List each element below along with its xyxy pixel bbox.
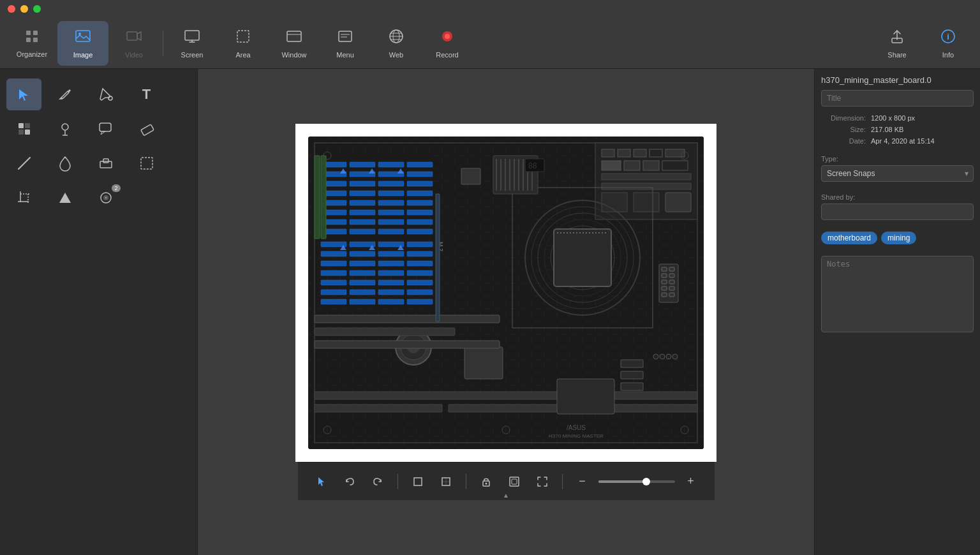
tool-line[interactable] xyxy=(6,147,41,179)
tool-fill[interactable] xyxy=(88,78,123,110)
svg-point-20 xyxy=(445,34,450,39)
toolbar-info[interactable]: i Info xyxy=(923,21,974,66)
collapse-arrow[interactable]: ▲ xyxy=(503,492,509,499)
tool-pencil[interactable] xyxy=(47,78,82,110)
lock-btn[interactable] xyxy=(475,471,497,492)
tool-effects[interactable] xyxy=(6,113,41,145)
zoom-in-btn[interactable]: + xyxy=(680,471,702,492)
svg-rect-83 xyxy=(592,232,593,233)
tag-motherboard[interactable]: motherboard xyxy=(821,232,877,244)
svg-rect-209 xyxy=(414,478,422,485)
svg-rect-141 xyxy=(321,290,346,295)
tool-droplet[interactable] xyxy=(47,147,82,179)
resize-btn[interactable] xyxy=(435,471,457,492)
tool-arrow[interactable] xyxy=(6,78,41,110)
svg-rect-158 xyxy=(464,347,503,379)
svg-rect-110 xyxy=(350,210,375,215)
shared-by-input[interactable] xyxy=(821,204,974,220)
image-container: {/* Simplified pin dots */} xyxy=(295,124,716,462)
zoom-thumb[interactable] xyxy=(642,478,650,485)
tool-bubble[interactable] xyxy=(88,113,123,145)
type-section: Type: Screen Snaps Other xyxy=(821,155,974,182)
tool-eraser[interactable] xyxy=(129,113,164,145)
main-toolbar: Organizer Image Video xyxy=(0,18,980,69)
svg-rect-57 xyxy=(643,161,659,170)
toolbar-screen[interactable]: Screen xyxy=(167,21,218,66)
web-label: Web xyxy=(389,51,403,59)
title-bar xyxy=(0,0,980,18)
svg-rect-140 xyxy=(407,280,433,285)
cursor-tool-btn[interactable] xyxy=(311,471,332,492)
svg-rect-143 xyxy=(378,290,404,295)
svg-rect-7 xyxy=(185,31,199,40)
svg-rect-126 xyxy=(350,251,375,256)
zoom-out-btn[interactable]: − xyxy=(572,471,593,492)
info-label: Info xyxy=(942,51,954,59)
tool-pin[interactable] xyxy=(47,113,82,145)
svg-rect-87 xyxy=(605,232,606,233)
bottom-sep-1 xyxy=(397,474,398,489)
toolbar-image[interactable]: Image xyxy=(57,21,108,66)
title-input[interactable] xyxy=(821,90,974,107)
svg-rect-114 xyxy=(350,219,375,225)
maximize-button[interactable] xyxy=(33,5,41,13)
svg-rect-213 xyxy=(510,477,519,486)
bottom-toolbar: − + ▲ xyxy=(298,462,715,500)
type-select[interactable]: Screen Snaps Other xyxy=(821,165,974,182)
square-btn[interactable] xyxy=(407,471,429,492)
tool-text[interactable]: T xyxy=(129,78,164,110)
dimension-row: Dimension: 1200 x 800 px xyxy=(821,114,974,122)
fit-btn[interactable] xyxy=(503,471,525,492)
svg-rect-190 xyxy=(669,293,674,297)
svg-line-34 xyxy=(19,158,30,169)
tag-mining[interactable]: mining xyxy=(881,232,916,244)
toolbar-window[interactable]: Window xyxy=(269,21,320,66)
svg-rect-96 xyxy=(407,172,433,177)
svg-rect-112 xyxy=(407,210,433,215)
menu-icon xyxy=(337,28,353,48)
tool-triangle[interactable] xyxy=(47,182,82,214)
window-label: Window xyxy=(281,51,306,59)
close-button[interactable] xyxy=(8,5,15,13)
svg-rect-131 xyxy=(378,261,404,266)
svg-rect-147 xyxy=(378,299,404,304)
undo-btn[interactable] xyxy=(339,471,360,492)
tool-stamp[interactable] xyxy=(88,147,123,179)
toolbar-area[interactable]: Area xyxy=(218,21,269,66)
toolbar-web[interactable]: Web xyxy=(371,21,422,66)
toolbar-share[interactable]: Share xyxy=(872,21,923,66)
minimize-button[interactable] xyxy=(20,5,28,13)
svg-rect-33 xyxy=(140,124,154,136)
svg-rect-187 xyxy=(662,286,667,290)
notes-textarea[interactable] xyxy=(821,256,974,332)
tool-selection[interactable] xyxy=(129,147,164,179)
svg-rect-103 xyxy=(378,191,404,196)
svg-rect-127 xyxy=(378,251,404,256)
svg-rect-92 xyxy=(407,162,433,167)
svg-rect-139 xyxy=(378,280,404,285)
menu-label: Menu xyxy=(336,51,354,59)
toolbar-organizer[interactable]: Organizer xyxy=(6,21,57,66)
svg-rect-52 xyxy=(634,149,646,157)
zoom-track[interactable] xyxy=(598,480,675,483)
expand-btn[interactable] xyxy=(531,471,553,492)
toolbar-video: Video xyxy=(108,21,160,66)
svg-rect-182 xyxy=(669,267,674,271)
bottom-sep-2 xyxy=(466,474,466,489)
svg-rect-172 xyxy=(315,328,455,336)
tool-blur[interactable]: 2 xyxy=(88,182,123,214)
toolbar-record[interactable]: Record xyxy=(422,21,473,66)
type-select-wrapper: Screen Snaps Other xyxy=(821,165,974,182)
svg-rect-98 xyxy=(350,181,375,186)
toolbar-menu[interactable]: Menu xyxy=(320,21,371,66)
svg-rect-189 xyxy=(662,293,667,297)
tool-crop[interactable] xyxy=(6,182,41,214)
svg-rect-116 xyxy=(407,219,433,225)
svg-rect-146 xyxy=(350,299,375,304)
size-label: Size: xyxy=(821,126,866,133)
motherboard-image: {/* Simplified pin dots */} xyxy=(308,137,704,449)
svg-rect-91 xyxy=(378,162,404,167)
redo-btn[interactable] xyxy=(367,471,389,492)
size-value: 217.08 KB xyxy=(871,126,903,133)
svg-rect-214 xyxy=(512,479,517,484)
